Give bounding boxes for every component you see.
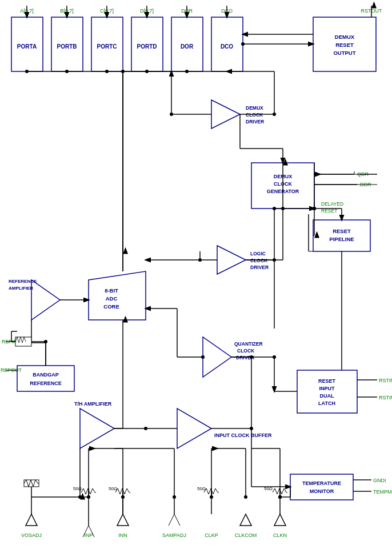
svg-text:MONITOR: MONITOR xyxy=(310,488,334,494)
svg-point-185 xyxy=(87,495,90,499)
svg-text:RESET: RESET xyxy=(333,228,351,234)
svg-text:50Ω: 50Ω xyxy=(109,486,117,491)
svg-text:RSTINN: RSTINN xyxy=(379,378,392,383)
svg-point-233 xyxy=(313,207,316,210)
svg-text:DOR: DOR xyxy=(181,43,194,50)
svg-text:CLOCK: CLOCK xyxy=(250,258,268,263)
svg-text:RESET: RESET xyxy=(318,378,336,384)
svg-text:INN: INN xyxy=(118,532,127,538)
svg-text:ADC: ADC xyxy=(106,295,118,302)
svg-point-200 xyxy=(244,495,247,499)
svg-text:SAMPADJ: SAMPADJ xyxy=(162,532,186,538)
svg-text:CLKP: CLKP xyxy=(205,532,218,538)
svg-text:BANDGAP: BANDGAP xyxy=(33,372,59,378)
svg-text:PORTA: PORTA xyxy=(17,43,37,50)
svg-text:GNDI: GNDI xyxy=(373,478,386,483)
svg-text:T/H AMPLIFIER: T/H AMPLIFIER xyxy=(74,401,112,407)
svg-text:DELAYED: DELAYED xyxy=(321,201,343,207)
svg-text:REFERENCE: REFERENCE xyxy=(9,279,37,284)
svg-point-43 xyxy=(25,70,29,73)
svg-text:INP: INP xyxy=(84,532,93,538)
svg-point-34 xyxy=(273,113,276,116)
svg-text:TEMPMON: TEMPMON xyxy=(373,489,392,495)
svg-text:DEMUX: DEMUX xyxy=(335,34,355,40)
svg-rect-0 xyxy=(0,0,392,553)
svg-text:CLKCOM: CLKCOM xyxy=(235,532,257,538)
svg-point-101 xyxy=(201,355,205,359)
svg-text:CLKN: CLKN xyxy=(273,532,287,538)
svg-text:QUANTIZER: QUANTIZER xyxy=(234,341,263,347)
svg-text:PIPELINE: PIPELINE xyxy=(329,236,354,242)
svg-text:INPUT CLOCK BUFFER: INPUT CLOCK BUFFER xyxy=(214,432,272,438)
svg-text:INPUT: INPUT xyxy=(319,386,335,391)
svg-text:DCO: DCO xyxy=(221,43,233,50)
svg-text:DUAL: DUAL xyxy=(320,393,334,399)
svg-text:PORTD: PORTD xyxy=(137,43,157,50)
svg-text:DRIVER: DRIVER xyxy=(250,265,269,270)
svg-point-37 xyxy=(170,113,173,116)
svg-rect-117 xyxy=(17,366,74,391)
svg-text:PORTB: PORTB xyxy=(57,43,77,50)
svg-text:REFERENCE: REFERENCE xyxy=(30,380,62,386)
svg-text:CLOCK: CLOCK xyxy=(246,112,263,118)
svg-text:CORE: CORE xyxy=(103,303,119,310)
svg-point-47 xyxy=(185,70,189,73)
block-diagram: PORTA PORTB PORTC PORTD DOR DCO A[0:7] B… xyxy=(0,0,392,553)
svg-rect-141 xyxy=(290,474,353,500)
svg-text:DEMUX: DEMUX xyxy=(246,105,263,111)
svg-point-45 xyxy=(105,70,109,73)
svg-point-82 xyxy=(273,207,276,210)
svg-text:REFOUT: REFOUT xyxy=(1,367,22,373)
svg-text:OUTPUT: OUTPUT xyxy=(333,50,355,56)
svg-point-220 xyxy=(44,340,47,343)
svg-text:RSTINP: RSTINP xyxy=(379,395,392,400)
svg-text:TEMPERATURE: TEMPERATURE xyxy=(302,480,341,486)
svg-point-25 xyxy=(241,42,245,46)
svg-point-139 xyxy=(250,355,253,359)
svg-text:AMPLIFIER: AMPLIFIER xyxy=(9,286,33,291)
svg-text:50Ω: 50Ω xyxy=(197,486,206,491)
svg-text:50Ω: 50Ω xyxy=(264,486,273,491)
svg-point-46 xyxy=(145,70,149,73)
svg-text:LOGIC: LOGIC xyxy=(250,251,266,257)
svg-point-135 xyxy=(144,427,147,430)
svg-text:CLOCK: CLOCK xyxy=(237,348,255,354)
svg-text:8-BIT: 8-BIT xyxy=(105,287,118,294)
svg-text:RESET: RESET xyxy=(335,42,354,48)
svg-text:LATCH: LATCH xyxy=(318,400,335,406)
svg-text:PORTC: PORTC xyxy=(97,43,117,50)
svg-point-44 xyxy=(65,70,69,73)
svg-point-227 xyxy=(281,207,285,210)
svg-rect-106 xyxy=(297,370,357,413)
svg-text:DRIVER: DRIVER xyxy=(246,119,264,125)
svg-text:VOSADJ: VOSADJ xyxy=(21,532,42,538)
